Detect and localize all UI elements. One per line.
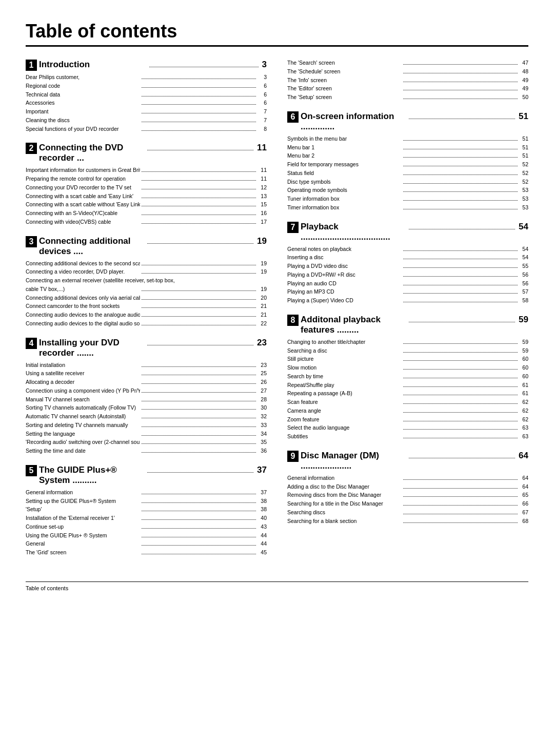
toc-entry-label: Important information for customers in G… [26, 166, 140, 175]
toc-entry-page: 63 [519, 424, 528, 432]
toc-dots [142, 494, 256, 494]
toc-entry: Removing discs from the Disc Manager 65 [287, 491, 528, 499]
toc-dots [142, 122, 256, 122]
toc-section: 1Introduction 3Dear Philips customer, 3R… [26, 59, 267, 133]
section-header-dots [149, 67, 258, 67]
toc-entry-page: 50 [519, 93, 528, 102]
toc-entry: Initial installation 23 [26, 361, 267, 370]
toc-entry-page: 6 [258, 99, 267, 107]
toc-section: 7Playback ..............................… [287, 221, 528, 305]
toc-entry: Playing a (Super) Video CD 58 [287, 297, 528, 305]
toc-entry: Important information for customers in G… [26, 166, 267, 175]
toc-dots [142, 130, 256, 131]
toc-entry-label: Technical data [26, 91, 140, 99]
toc-dots [142, 418, 256, 418]
toc-section: 3Connecting additional devices .... 19Co… [26, 236, 267, 328]
toc-entry-label: Repeat/Shuffle play [287, 381, 402, 390]
toc-entry: Operating mode symbols 53 [287, 186, 528, 195]
toc-entry: Technical data 6 [26, 91, 267, 99]
toc-dots [403, 514, 518, 514]
section-header-dots [147, 345, 254, 345]
toc-entry-page: 64 [519, 474, 528, 482]
toc-entry-page: 22 [258, 320, 267, 328]
toc-entry-label: Tuner information box [287, 195, 402, 203]
toc-entry: Connecting your DVD recorder to the TV s… [26, 184, 267, 192]
toc-dots [142, 273, 256, 274]
toc-entry-label: Field for temporary messages [287, 161, 402, 169]
toc-dots [403, 267, 518, 268]
toc-entry: General 44 [26, 540, 267, 548]
toc-entry-page: 59 [519, 338, 528, 346]
toc-entry-label: Playing a DVD+RW/ +R disc [287, 271, 402, 279]
toc-entry-page: 8 [258, 125, 267, 133]
toc-entry-page: 21 [258, 311, 267, 319]
toc-entry-label: Accessories [26, 99, 140, 107]
toc-dots [403, 479, 518, 480]
section-number: 8 [287, 315, 299, 326]
toc-entry-page: 56 [519, 280, 528, 288]
toc-dots [403, 421, 518, 421]
toc-entry-page: 7 [258, 108, 267, 116]
toc-entry: Connecting additional devices only via a… [26, 294, 267, 302]
toc-dots [142, 79, 256, 79]
toc-entry-page: 12 [258, 184, 267, 192]
toc-entry: Installation of the 'External receiver 1… [26, 514, 267, 522]
toc-entry: Connecting with a scart cable without 'E… [26, 201, 267, 209]
toc-entry: Regional code 6 [26, 82, 267, 90]
toc-entry-page: 13 [258, 192, 267, 201]
toc-entry: Searching for a blank section 68 [287, 517, 528, 526]
toc-dots [403, 429, 518, 430]
left-column: 1Introduction 3Dear Philips customer, 3R… [26, 59, 267, 566]
toc-entry-label: Playing an audio CD [287, 280, 402, 288]
toc-entry: Connecting an external receiver (satelli… [26, 277, 267, 285]
toc-dots [142, 545, 256, 546]
toc-entry-label: Preparing the remote control for operati… [26, 175, 140, 183]
toc-entry: The 'Grid' screen 45 [26, 549, 267, 557]
toc-entry: The 'Search' screen 47 [287, 59, 528, 67]
toc-dots [403, 412, 518, 413]
toc-entry-page: 62 [519, 407, 528, 415]
toc-dots [403, 99, 518, 99]
section-header-dots [409, 119, 516, 119]
toc-entry-page: 52 [519, 169, 528, 178]
toc-dots [403, 73, 518, 73]
toc-entry: Connect camcorder to the front sockets 2… [26, 302, 267, 311]
section-number: 2 [26, 143, 37, 154]
toc-dots [142, 265, 256, 265]
toc-entry-page: 44 [258, 532, 267, 540]
toc-entry-label: Scan feature [287, 398, 402, 406]
section-title: Playback ...............................… [301, 222, 407, 242]
toc-entry-label: Using the GUIDE Plus+ ® System [26, 532, 140, 540]
toc-dots [403, 191, 518, 192]
toc-entry-page: 6 [258, 91, 267, 99]
toc-entry-page: 51 [519, 135, 528, 143]
toc-dots [403, 496, 518, 497]
toc-entry: 'Setup' 38 [26, 506, 267, 514]
toc-section: 5The GUIDE Plus+® System .......... 37Ge… [26, 464, 267, 557]
toc-entry: Slow motion 60 [287, 364, 528, 372]
section-page: 19 [257, 236, 267, 246]
toc-entry-label: Still picture [287, 355, 402, 363]
toc-entry-page: 61 [519, 390, 528, 398]
toc-entry-label: Automatic TV channel search (Autoinstall… [26, 413, 140, 421]
toc-dots [403, 343, 518, 344]
toc-entry: Dear Philips customer, 3 [26, 73, 267, 82]
toc-entry-label: Disc type symbols [287, 178, 402, 186]
toc-dots [142, 528, 256, 529]
toc-entry-page: 53 [519, 195, 528, 203]
toc-entry-label: Connecting additional devices to the sec… [26, 260, 140, 268]
toc-entry-page: 62 [519, 398, 528, 406]
toc-dots [403, 505, 518, 506]
toc-entry: Connection using a component video (Y Pb… [26, 387, 267, 395]
toc-entry: Using a satellite receiver 25 [26, 370, 267, 378]
toc-entry-page: 62 [519, 416, 528, 424]
toc-entry-label: Search by time [287, 373, 402, 381]
toc-entry: Searching a disc 59 [287, 347, 528, 355]
section-header: 3Connecting additional devices .... 19 [26, 236, 267, 257]
toc-dots [403, 259, 518, 259]
toc-entry-page: 60 [519, 373, 528, 381]
toc-entry-page: 7 [258, 117, 267, 125]
toc-entry: Symbols in the menu bar 51 [287, 135, 528, 143]
toc-entry: Setting the time and date 36 [26, 447, 267, 455]
toc-entry-label: Adding a disc to the Disc Manager [287, 483, 402, 491]
